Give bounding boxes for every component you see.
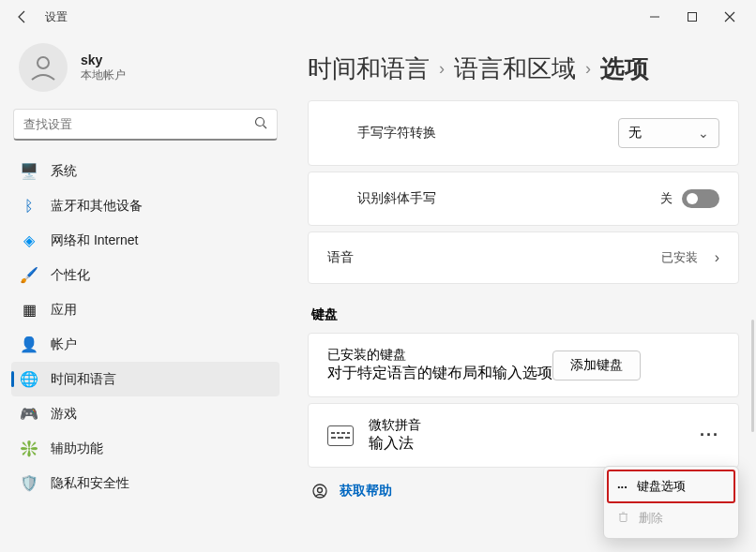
breadcrumb-time[interactable]: 时间和语言 [308,52,430,85]
trash-icon [617,511,629,526]
search-icon [254,116,267,133]
svg-rect-1 [688,13,697,22]
user-block[interactable]: sky 本地帐户 [11,39,280,109]
add-keyboard-button[interactable]: 添加键盘 [552,351,641,380]
person-icon: 👤 [21,336,38,353]
bluetooth-icon: ᛒ [21,198,38,215]
globe-icon: 🌐 [21,371,38,388]
nav-time-language[interactable]: 🌐时间和语言 [11,362,280,396]
breadcrumb-current: 选项 [600,52,649,85]
card-installed-keyboards: 已安装的键盘 对于特定语言的键布局和输入选项 添加键盘 [308,333,739,397]
nav-personalize[interactable]: 🖌️个性化 [11,258,280,292]
accessibility-icon: ❇️ [21,440,38,457]
more-icon: ··· [617,480,627,494]
context-menu: ··· 键盘选项 删除 [603,466,739,539]
handwriting-dropdown[interactable]: 无 ⌄ [618,118,719,148]
nav-network[interactable]: ◈网络和 Internet [11,223,280,258]
section-keyboard: 键盘 [311,306,739,323]
chevron-right-icon: › [585,59,591,79]
avatar [19,43,68,92]
italic-toggle[interactable] [682,189,719,208]
maximize-button[interactable] [673,2,711,32]
help-icon [311,483,328,500]
svg-line-4 [264,125,267,128]
menu-keyboard-options[interactable]: ··· 键盘选项 [608,470,734,502]
card-handwriting-convert: 手写字符转换 无 ⌄ [308,100,739,166]
nav-apps[interactable]: ▦应用 [11,292,280,327]
more-button[interactable]: ··· [700,425,719,445]
card-italic-hand: 识别斜体手写 关 [308,172,739,226]
window-title: 设置 [45,9,68,25]
menu-delete: 删除 [608,502,734,534]
nav-accounts[interactable]: 👤帐户 [11,327,280,362]
card-microsoft-pinyin[interactable]: 微软拼音 输入法 ··· [308,403,739,468]
breadcrumb: 时间和语言 › 语言和区域 › 选项 [308,52,739,85]
close-button[interactable] [711,2,748,32]
user-name: sky [81,52,126,67]
nav-bluetooth[interactable]: ᛒ蓝牙和其他设备 [11,188,280,223]
nav-accessibility[interactable]: ❇️辅助功能 [11,431,280,466]
nav-system[interactable]: 🖥️系统 [11,154,280,188]
search-box[interactable] [13,109,278,141]
breadcrumb-lang[interactable]: 语言和区域 [454,52,576,85]
gamepad-icon: 🎮 [21,406,38,423]
keyboard-icon [327,425,354,446]
svg-point-6 [318,488,323,493]
shield-icon: 🛡️ [21,475,38,492]
svg-point-5 [313,485,326,498]
card-speech[interactable]: 语音 已安装 › [308,231,739,284]
back-button[interactable] [8,2,38,32]
svg-point-3 [256,117,265,126]
user-account-type: 本地帐户 [81,67,126,83]
scrollbar[interactable] [751,320,754,432]
apps-icon: ▦ [21,302,38,319]
nav-privacy[interactable]: 🛡️隐私和安全性 [11,466,280,500]
svg-rect-8 [620,515,627,522]
monitor-icon: 🖥️ [21,163,38,180]
chevron-down-icon: ⌄ [698,126,709,141]
nav-gaming[interactable]: 🎮游戏 [11,396,280,431]
search-input[interactable] [23,117,254,131]
chevron-right-icon: › [715,249,719,266]
chevron-right-icon: › [439,59,445,79]
brush-icon: 🖌️ [21,267,38,284]
svg-point-2 [38,57,49,68]
wifi-icon: ◈ [21,232,38,249]
minimize-button[interactable] [636,2,673,32]
